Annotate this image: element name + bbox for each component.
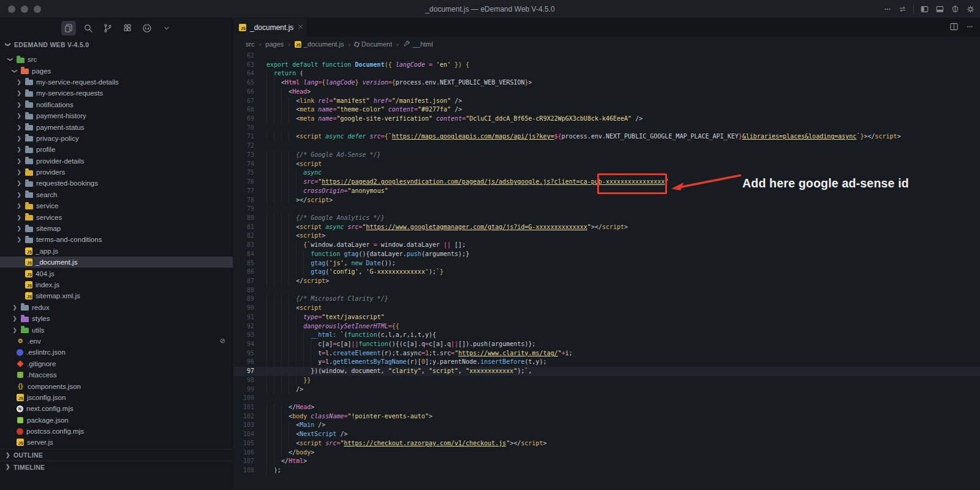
tree-item-sitemap-xml-js[interactable]: JSsitemap.xml.js — [0, 290, 233, 301]
tree-item-utils[interactable]: ❯utils — [0, 324, 233, 335]
code-line-96[interactable]: 96y=l.getElementsByTagName(r)[0];y.paren… — [233, 358, 980, 367]
code-line-67[interactable]: 67<link rel="manifest" href="/manifest.j… — [233, 97, 980, 106]
traffic-lights[interactable] — [8, 6, 41, 13]
tree-item--document-js[interactable]: JS_document.js — [0, 257, 233, 268]
code-line-102[interactable]: 102<body className="!pointer-events-auto… — [233, 412, 980, 421]
tree-item-providers[interactable]: ❯providers — [0, 167, 233, 178]
code-line-69[interactable]: 69<meta name="google-site-verification" … — [233, 115, 980, 124]
close-tab-icon[interactable] — [297, 23, 304, 32]
tab-document-js[interactable]: JS _document.js — [233, 18, 307, 37]
code-line-97[interactable]: 97})(window, document, "clarity", "scrip… — [233, 367, 980, 376]
tree-item-404-js[interactable]: JS404.js — [0, 268, 233, 279]
outline-section-header[interactable]: ❯ OUTLINE — [0, 449, 233, 461]
minimize-window-button[interactable] — [21, 6, 28, 13]
code-line-89[interactable]: 89{/* Microsoft Clarity */} — [233, 295, 980, 304]
tree-item-src[interactable]: ❯src — [0, 54, 233, 65]
code-line-92[interactable]: 92dangerouslySetInnerHTML={{ — [233, 322, 980, 331]
tree-item-sitemap[interactable]: ❯sitemap — [0, 223, 233, 234]
code-line-93[interactable]: 93__html: `(function(c,l,a,r,i,t,y){ — [233, 331, 980, 340]
maximize-window-button[interactable] — [34, 6, 41, 13]
layout-sidebar-icon[interactable] — [920, 5, 929, 13]
tree-item-terms-and-conditions[interactable]: ❯terms-and-conditions — [0, 234, 233, 245]
tree-item-payment-status[interactable]: ❯payment-status — [0, 121, 233, 132]
code-line-66[interactable]: 66<Head> — [233, 88, 980, 97]
breadcrumb-pages[interactable]: pages — [265, 40, 284, 48]
code-line-65[interactable]: 65<Html lang={langCode} version={process… — [233, 78, 980, 88]
code-line-74[interactable]: 74<script — [233, 160, 980, 169]
code-line-90[interactable]: 90<script — [233, 304, 980, 313]
tree-item-my-services-requests[interactable]: ❯my-services-requests — [0, 88, 233, 99]
editor-more-actions-icon[interactable] — [966, 22, 974, 33]
code-line-73[interactable]: 73{/* Google Ad-Sense */} — [233, 151, 980, 160]
code-line-70[interactable]: 70 — [233, 124, 980, 133]
code-line-80[interactable]: 80{/* Google Analytics */} — [233, 214, 980, 223]
tree-item-server-js[interactable]: JSserver.js — [0, 437, 233, 448]
code-line-85[interactable]: 85gtag('js', new Date()); — [233, 259, 980, 268]
code-line-95[interactable]: 95t=l.createElement(r);t.async=1;t.src="… — [233, 349, 980, 358]
tree-item-components-json[interactable]: {}components.json — [0, 380, 233, 391]
source-control-icon[interactable] — [100, 21, 115, 36]
code-line-62[interactable]: 62 — [233, 51, 980, 61]
tree-item-styles[interactable]: ❯styles — [0, 313, 233, 324]
code-line-87[interactable]: 87</script> — [233, 277, 980, 286]
breadcrumb-src[interactable]: src — [246, 40, 255, 48]
code-line-86[interactable]: 86gtag('config', 'G-xxxxxxxxxxxxx');`} — [233, 268, 980, 277]
tree-item-profile[interactable]: ❯profile — [0, 144, 233, 155]
code-line-79[interactable]: 79 — [233, 205, 980, 214]
tree-item-pages[interactable]: ❯pages — [0, 65, 233, 76]
breadcrumb-file[interactable]: JS_document.js — [295, 40, 344, 48]
code-line-91[interactable]: 91type="text/javascript" — [233, 313, 980, 322]
code-line-107[interactable]: 107</Html> — [233, 457, 980, 466]
shield-icon[interactable] — [951, 5, 960, 13]
code-line-68[interactable]: 68<meta name="theme-color" content="#027… — [233, 105, 980, 115]
tree-item-index-js[interactable]: JSindex.js — [0, 279, 233, 290]
tree-item-notifications[interactable]: ❯notifications — [0, 99, 233, 110]
code-line-100[interactable]: 100 — [233, 394, 980, 403]
tree-item-redux[interactable]: ❯redux — [0, 302, 233, 313]
code-line-78[interactable]: 78></script> — [233, 196, 980, 205]
code-line-83[interactable]: 83{`window.dataLayer = window.dataLayer … — [233, 241, 980, 250]
code-line-101[interactable]: 101</Head> — [233, 403, 980, 412]
tree-item--htaccess[interactable]: .htaccess — [0, 369, 233, 380]
tree-item-postcss-config-mjs[interactable]: postcss.config.mjs — [0, 426, 233, 437]
gear-icon[interactable] — [966, 5, 975, 13]
code-line-105[interactable]: 105<script src="https://checkout.razorpa… — [233, 439, 980, 448]
tree-item--app-js[interactable]: JS_app.js — [0, 246, 233, 257]
breadcrumb-symbol-document[interactable]: Document — [355, 40, 392, 48]
search-icon[interactable] — [81, 21, 96, 36]
code-line-63[interactable]: 63export default function Document({ lan… — [233, 61, 980, 70]
code-line-81[interactable]: 81<script async src="https://www.googlet… — [233, 223, 980, 232]
tree-item-requested-bookings[interactable]: ❯requested-bookings — [0, 178, 233, 189]
code-line-108[interactable]: 108); — [233, 466, 980, 475]
code-line-104[interactable]: 104<NextScript /> — [233, 430, 980, 439]
github-icon[interactable] — [140, 21, 154, 36]
tree-item-my-service-request-details[interactable]: ❯my-service-request-details — [0, 77, 233, 88]
code-line-98[interactable]: 98}} — [233, 376, 980, 385]
explorer-root-header[interactable]: ❯ EDEMAND WEB V-4.5.0 — [0, 38, 232, 51]
close-window-button[interactable] — [8, 6, 15, 13]
tree-item--eslintrc-json[interactable]: .eslintrc.json — [0, 347, 233, 358]
tree-item-package-json[interactable]: package.json — [0, 415, 233, 426]
more-actions-icon[interactable] — [883, 5, 892, 13]
tree-item--gitignore[interactable]: .gitignore — [0, 358, 233, 369]
tree-item-privacy-policy[interactable]: ❯privacy-policy — [0, 133, 233, 144]
code-line-64[interactable]: 64return ( — [233, 69, 980, 78]
code-line-94[interactable]: 94c[a]=c[a]||function(){(c[a].q=c[a].q||… — [233, 340, 980, 349]
code-line-106[interactable]: 106</body> — [233, 448, 980, 458]
explorer-icon[interactable] — [61, 21, 76, 36]
code-editor[interactable]: 6263export default function Document({ l… — [233, 51, 980, 490]
code-line-88[interactable]: 88 — [233, 286, 980, 295]
code-line-99[interactable]: 99/> — [233, 385, 980, 394]
code-line-84[interactable]: 84function gtag(){dataLayer.push(argumen… — [233, 250, 980, 259]
code-line-82[interactable]: 82<script> — [233, 232, 980, 241]
tree-item-services[interactable]: ❯services — [0, 211, 233, 222]
tree-item--env[interactable]: ⚙.env⊘ — [0, 336, 233, 347]
layout-panel-icon[interactable] — [935, 5, 944, 13]
tree-item-next-config-mjs[interactable]: Nnext.config.mjs — [0, 403, 233, 414]
split-editor-icon[interactable] — [949, 22, 959, 34]
tree-item-provider-details[interactable]: ❯provider-details — [0, 156, 233, 167]
code-line-72[interactable]: 72 — [233, 141, 980, 151]
breadcrumb-symbol-html[interactable]: __html — [403, 40, 433, 48]
code-line-103[interactable]: 103<Main /> — [233, 421, 980, 430]
tree-item-search[interactable]: ❯search — [0, 189, 233, 200]
